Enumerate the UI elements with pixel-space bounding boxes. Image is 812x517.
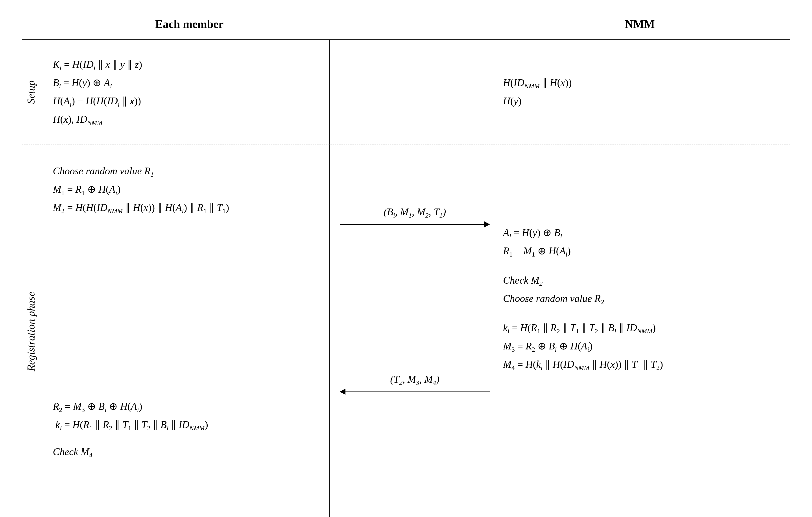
setup-nmm-formulas: H(IDNMM ∥ H(x)) H(y) bbox=[490, 56, 790, 128]
setup-formula-3: H(Ai) = H(H(IDi ∥ x)) bbox=[53, 92, 327, 110]
reg-nmm-col: Ai = H(y) ⊕ Bi R1 = M1 ⊕ H(Ai) Check M2 … bbox=[490, 157, 790, 506]
reg-member-col: Choose random value R1 M1 = R1 ⊕ H(Ai) M… bbox=[40, 157, 340, 506]
reg-check-m4: Check M4 bbox=[53, 443, 326, 461]
arrow2-line bbox=[345, 392, 490, 392]
header-channel bbox=[340, 18, 490, 31]
setup-formula-2: Bi = H(y) ⊕ Ai bbox=[53, 74, 327, 92]
setup-label: Setup bbox=[25, 80, 37, 104]
reg-channel-col: (Bi, M1, M2, T1) (T2, M3, M4) bbox=[340, 157, 490, 506]
registration-body: Choose random value R1 M1 = R1 ⊕ H(Ai) M… bbox=[40, 157, 790, 506]
nmm-formula-2: H(y) bbox=[503, 92, 777, 110]
header-nmm: NMM bbox=[490, 18, 790, 31]
arrow1-line bbox=[340, 224, 484, 225]
nmm-m3: M3 = R2 ⊕ Bi ⊕ H(Ai) bbox=[503, 337, 777, 355]
nmm-choose-r2: Choose random value R2 bbox=[503, 290, 777, 308]
arrow1-container: (Bi, M1, M2, T1) bbox=[340, 206, 490, 227]
arrow2-label: (T2, M3, M4) bbox=[390, 373, 439, 386]
reg-m2: M2 = H(H(IDNMM ∥ H(x)) ∥ H(Ai) ∥ R1 ∥ T1… bbox=[53, 199, 326, 217]
nmm-formula-1: H(IDNMM ∥ H(x)) bbox=[503, 74, 777, 92]
setup-label-container: Setup bbox=[22, 56, 40, 128]
nmm-r1: R1 = M1 ⊕ H(Ai) bbox=[503, 242, 777, 260]
registration-section: Registration phase Choose random value R… bbox=[22, 144, 790, 517]
header-member: Each member bbox=[39, 18, 340, 31]
main-area: Setup Ki = H(IDi ∥ x ∥ y ∥ z) Bi = H(y) … bbox=[22, 39, 790, 517]
reg-nmm-top: Ai = H(y) ⊕ Bi R1 = M1 ⊕ H(Ai) Check M2 … bbox=[503, 157, 777, 374]
reg-choose-r1: Choose random value R1 bbox=[53, 162, 326, 180]
registration-label-container: Registration phase bbox=[22, 157, 40, 506]
registration-label: Registration phase bbox=[25, 292, 37, 371]
setup-section: Setup Ki = H(IDi ∥ x ∥ y ∥ z) Bi = H(y) … bbox=[22, 40, 790, 144]
setup-member-formulas: Ki = H(IDi ∥ x ∥ y ∥ z) Bi = H(y) ⊕ Ai H… bbox=[40, 56, 340, 128]
reg-member-bottom: R2 = M3 ⊕ Bi ⊕ H(Ai) ki = H(R1 ∥ R2 ∥ T1… bbox=[53, 397, 326, 461]
nmm-m4: M4 = H(ki ∥ H(IDNMM ∥ H(x)) ∥ T1 ∥ T2) bbox=[503, 355, 777, 374]
reg-member-top: Choose random value R1 M1 = R1 ⊕ H(Ai) M… bbox=[53, 157, 326, 217]
nmm-ki: ki = H(R1 ∥ R2 ∥ T1 ∥ T2 ∥ Bi ∥ IDNMM) bbox=[503, 319, 777, 337]
arrow1 bbox=[340, 221, 490, 227]
arrow2-container: (T2, M3, M4) bbox=[340, 373, 490, 395]
nmm-check-m2: Check M2 bbox=[503, 271, 777, 290]
setup-formula-1: Ki = H(IDi ∥ x ∥ y ∥ z) bbox=[53, 56, 327, 74]
nmm-ai: Ai = H(y) ⊕ Bi bbox=[503, 224, 777, 242]
arrow2-head bbox=[340, 389, 345, 395]
header-row: Each member NMM bbox=[22, 18, 790, 31]
reg-m1: M1 = R1 ⊕ H(Ai) bbox=[53, 180, 326, 199]
arrow2 bbox=[340, 389, 490, 395]
arrow1-label: (Bi, M1, M2, T1) bbox=[383, 206, 446, 219]
arrow1-head bbox=[484, 221, 490, 227]
reg-r2: R2 = M3 ⊕ Bi ⊕ H(Ai) bbox=[53, 397, 326, 416]
diagram-container: Each member NMM Setup Ki = H(IDi ∥ x ∥ y… bbox=[0, 0, 812, 517]
reg-ki: ki = H(R1 ∥ R2 ∥ T1 ∥ T2 ∥ Bi ∥ IDNMM) bbox=[53, 416, 326, 434]
setup-formula-4: H(x), IDNMM bbox=[53, 110, 327, 128]
setup-channel bbox=[340, 56, 490, 128]
